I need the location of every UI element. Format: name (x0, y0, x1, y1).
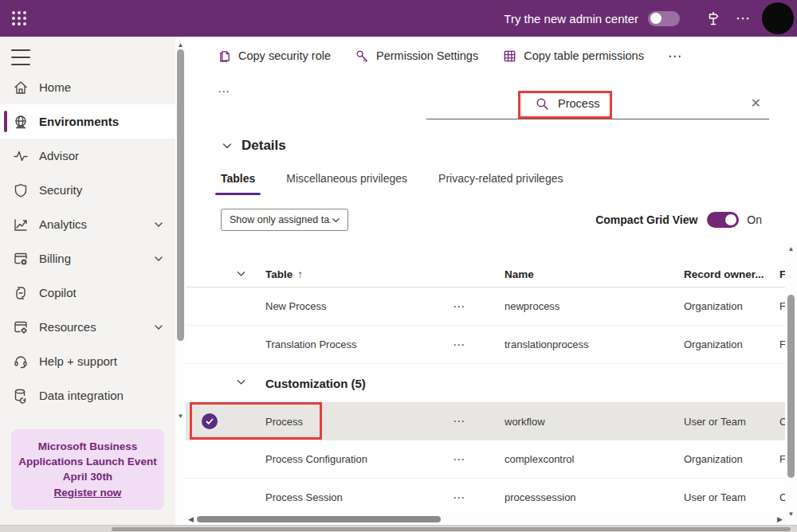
cell-table: Process (265, 416, 449, 428)
hamburger-menu-icon[interactable] (11, 49, 30, 65)
row-checkbox-checked[interactable] (202, 413, 218, 429)
search-icon (536, 97, 549, 111)
table-row-process-session[interactable]: Process Session ⋯ processsession User or… (186, 479, 797, 517)
copy-table-permissions-button[interactable]: Copy table permissions (502, 49, 644, 64)
cell-table: Process Session (265, 491, 449, 503)
content-area: Home Environments Advisor Security A (0, 37, 797, 532)
search-input[interactable]: Process ✕ (426, 89, 769, 119)
row-more-icon[interactable]: ⋯ (449, 414, 505, 428)
advisor-pulse-icon (13, 148, 29, 164)
cell-name: processsession (505, 491, 684, 503)
column-header-record-owner[interactable]: Record owner... (684, 268, 779, 280)
try-new-admin-center-toggle[interactable] (648, 11, 680, 26)
home-icon (13, 80, 29, 96)
sort-ascending-icon: ↑ (297, 268, 303, 280)
grid-scroll-left-arrow[interactable]: ◀ (188, 515, 194, 523)
event-promo-banner: Microsoft Business Applications Launch E… (11, 429, 164, 510)
chevron-down-icon (235, 376, 247, 388)
sidebar-scroll-down-arrow[interactable]: ▼ (175, 413, 186, 420)
banner-line-1: Microsoft Business (18, 439, 158, 454)
table-row-new-process[interactable]: New Process ⋯ newprocess Organization F (186, 288, 797, 326)
cell-table: Translation Process (265, 338, 449, 350)
sidebar-item-label: Resources (39, 320, 96, 334)
register-now-link[interactable]: Register now (54, 485, 122, 500)
compact-grid-view-toggle[interactable] (707, 212, 739, 228)
grid-header-row: Table↑ Name Record owner... F (186, 262, 797, 288)
topbar-more-icon[interactable]: ⋯ (736, 10, 751, 27)
cell-name: complexcontrol (505, 453, 684, 465)
chevron-down-icon (153, 219, 164, 230)
grid-horizontal-scrollbar: ◀ ▶ (186, 514, 785, 525)
cell-owner: User or Team (684, 491, 779, 503)
sidebar-item-security[interactable]: Security (0, 173, 175, 207)
sidebar-item-environments[interactable]: Environments (0, 104, 175, 139)
filter-row: Show only assigned ta... Compact Grid Vi… (221, 209, 762, 231)
grid-scroll-down-arrow[interactable]: ▼ (785, 510, 797, 518)
sidebar-item-label: Copilot (39, 286, 77, 299)
main-panel: Copy security role Permission Settings C… (186, 37, 797, 532)
cell-owner: Organization (684, 453, 779, 465)
expand-all-chevron[interactable] (186, 268, 265, 282)
app-launcher-waffle-icon[interactable] (0, 0, 38, 37)
sidebar-scrollbar-thumb[interactable] (177, 49, 184, 341)
tab-privacy-related-privileges[interactable]: Privacy-related privileges (438, 172, 563, 185)
sidebar-item-help-support[interactable]: Help + support (0, 344, 175, 378)
column-header-name[interactable]: Name (505, 268, 684, 280)
button-label: Copy security role (238, 49, 331, 62)
assigned-tables-dropdown[interactable]: Show only assigned ta... (221, 209, 348, 231)
shield-icon (13, 182, 29, 198)
row-more-icon[interactable]: ⋯ (449, 491, 505, 505)
table-icon (502, 49, 517, 64)
sidebar-item-data-integration[interactable]: Data integration (0, 378, 175, 413)
clear-search-icon[interactable]: ✕ (751, 96, 761, 111)
cell-name: newprocess (505, 300, 684, 312)
table-row-process-configuration[interactable]: Process Configuration ⋯ complexcontrol O… (186, 440, 797, 479)
row-more-icon[interactable]: ⋯ (449, 338, 505, 352)
sidebar-scroll-up-arrow[interactable]: ▲ (175, 41, 186, 49)
sidebar-item-label: Data integration (39, 389, 124, 402)
cell-owner: User or Team (684, 416, 779, 428)
table-row-process-selected[interactable]: Process ⋯ workflow User or Team C (186, 402, 797, 440)
page-horizontal-scrollbar-thumb[interactable] (112, 527, 791, 531)
sidebar-item-copilot[interactable]: Copilot (0, 276, 175, 310)
chevron-down-icon (235, 268, 247, 280)
tab-miscellaneous-privileges[interactable]: Miscellaneous privileges (286, 172, 407, 185)
headset-icon (13, 354, 29, 370)
permission-settings-button[interactable]: Permission Settings (355, 49, 478, 64)
copy-icon (217, 49, 232, 64)
command-bar: Copy security role Permission Settings C… (186, 37, 797, 75)
sidebar-item-analytics[interactable]: Analytics (0, 207, 175, 241)
copy-security-role-button[interactable]: Copy security role (217, 49, 331, 64)
row-more-icon[interactable]: ⋯ (449, 452, 505, 467)
details-title: Details (241, 138, 286, 154)
cell-name: workflow (505, 416, 684, 428)
grid-scroll-up-arrow[interactable]: ▲ (785, 245, 797, 252)
grid-vertical-scrollbar: ▲ ▼ (785, 242, 797, 521)
sidebar-item-advisor[interactable]: Advisor (0, 139, 175, 173)
dropdown-value: Show only assigned ta... (230, 214, 331, 225)
sidebar-item-billing[interactable]: Billing (0, 241, 175, 276)
row-more-icon[interactable]: ⋯ (449, 299, 505, 314)
try-new-admin-center-label: Try the new admin center (504, 12, 638, 25)
details-section-header[interactable]: Details (221, 138, 797, 154)
grid-scroll-right-arrow[interactable]: ▶ (777, 515, 783, 523)
sidebar-item-resources[interactable]: Resources (0, 310, 175, 344)
group-header-customization[interactable]: Customization (5) (186, 364, 797, 402)
sidebar-item-home[interactable]: Home (0, 70, 175, 104)
tables-grid: Table↑ Name Record owner... F New Proces… (186, 262, 797, 517)
account-avatar[interactable] (762, 2, 794, 34)
grid-horizontal-scrollbar-thumb[interactable] (197, 516, 441, 522)
content-overflow-icon[interactable]: ⋯ (218, 84, 230, 99)
environments-icon (13, 114, 29, 130)
check-icon (205, 417, 214, 426)
sidebar-item-label: Billing (39, 252, 71, 265)
tab-tables[interactable]: Tables (221, 172, 255, 185)
signpost-icon[interactable] (699, 4, 728, 33)
grid-vertical-scrollbar-thumb[interactable] (787, 295, 795, 478)
chevron-down-icon (331, 215, 341, 225)
cell-owner: Organization (684, 338, 779, 350)
command-bar-overflow-icon[interactable]: ⋯ (668, 48, 682, 65)
table-row-translation-process[interactable]: Translation Process ⋯ translationprocess… (186, 326, 797, 364)
column-header-table[interactable]: Table↑ (265, 268, 449, 280)
chevron-down-icon (221, 139, 234, 152)
